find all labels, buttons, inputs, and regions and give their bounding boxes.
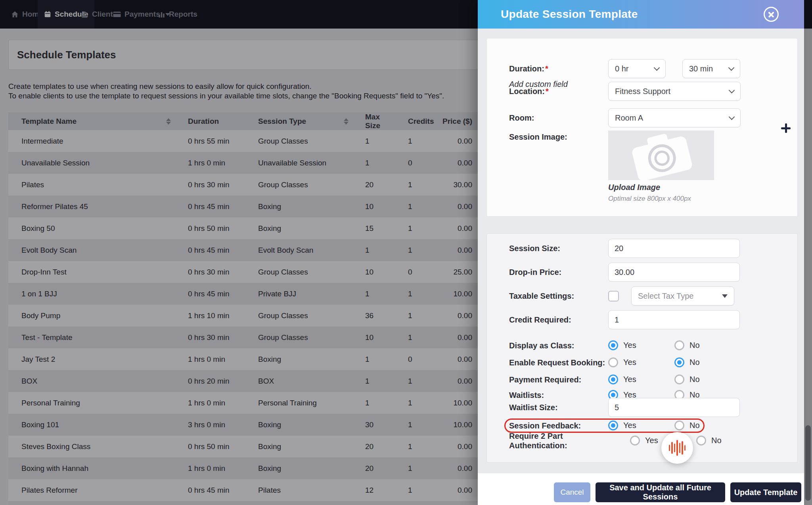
upload-image-hint: Optimal size 800px x 400px bbox=[608, 195, 691, 203]
no-label: No bbox=[689, 358, 700, 367]
payment-required-no-radio[interactable] bbox=[674, 374, 684, 384]
modal-footer: Cancel Save and Update all Future Sessio… bbox=[478, 473, 804, 505]
template-details-card: Add custom field Duration:* 0 hr 30 min … bbox=[486, 38, 798, 217]
session-feedback-no-radio[interactable] bbox=[674, 421, 684, 430]
taxable-settings-label: Taxable Settings: bbox=[509, 291, 608, 301]
payment-required-row: Payment Required:YesNo bbox=[509, 374, 700, 384]
required-asterisk: * bbox=[546, 87, 549, 96]
credit-required-input[interactable] bbox=[608, 310, 740, 329]
yes-label: Yes bbox=[623, 341, 674, 350]
display-as-class-label: Display as Class: bbox=[509, 341, 608, 350]
close-icon bbox=[768, 11, 774, 17]
session-feedback-row: Session Feedback: Yes No bbox=[509, 421, 700, 430]
app-root: HomeScheduleClientsPaymentsReports Sched… bbox=[0, 0, 812, 505]
required-asterisk: * bbox=[545, 64, 548, 73]
duration-label: Duration: bbox=[509, 64, 544, 73]
display-as-class-yes-radio[interactable] bbox=[608, 340, 618, 350]
session-image-label: Session Image: bbox=[509, 132, 608, 142]
loading-spinner bbox=[661, 432, 693, 464]
drop-in-price-label: Drop-in Price: bbox=[509, 267, 608, 277]
two-part-auth-yes-radio[interactable] bbox=[630, 436, 640, 445]
no-label: No bbox=[689, 375, 700, 384]
duration-row: Duration:* 0 hr 30 min bbox=[509, 59, 740, 78]
chevron-down-icon bbox=[654, 64, 660, 71]
two-part-auth-label-line2: Authentication: bbox=[509, 441, 567, 450]
room-label: Room: bbox=[509, 113, 608, 123]
taxable-checkbox[interactable] bbox=[608, 291, 619, 301]
modal-header: Update Session Template bbox=[478, 0, 804, 29]
waitlist-size-row: Waitlist Size: bbox=[509, 398, 740, 417]
credit-required-label: Credit Required: bbox=[509, 315, 608, 325]
enable-request-booking-no-radio[interactable] bbox=[674, 357, 684, 367]
camera-icon bbox=[625, 126, 697, 184]
room-row: Room: Room A bbox=[509, 108, 741, 127]
chevron-down-icon bbox=[729, 113, 735, 120]
save-all-future-sessions-button[interactable]: Save and Update all Future Sessions bbox=[596, 482, 725, 502]
session-image-row: Session Image: bbox=[509, 132, 608, 142]
waitlist-size-input[interactable] bbox=[608, 398, 740, 417]
cancel-button[interactable]: Cancel bbox=[554, 482, 590, 502]
dropdown-triangle-icon bbox=[722, 294, 728, 298]
duration-hours-select[interactable]: 0 hr bbox=[608, 59, 666, 78]
session-image-placeholder[interactable] bbox=[608, 131, 714, 180]
credit-required-row: Credit Required: bbox=[509, 310, 740, 329]
no-label: No bbox=[689, 341, 700, 350]
close-button[interactable] bbox=[764, 7, 779, 22]
session-size-label: Session Size: bbox=[509, 244, 608, 253]
session-settings-card: Session Size: Drop-in Price: Taxable Set… bbox=[486, 233, 798, 463]
chevron-down-icon bbox=[728, 64, 735, 71]
two-part-auth-no-radio[interactable] bbox=[696, 436, 706, 445]
session-size-input[interactable] bbox=[608, 239, 740, 258]
waitlist-size-label: Waitlist Size: bbox=[509, 403, 608, 412]
location-row: Location:* Fitness Support bbox=[509, 82, 741, 101]
session-feedback-yes-radio[interactable] bbox=[608, 421, 618, 430]
enable-request-booking-yes-radio[interactable] bbox=[608, 357, 618, 367]
display-as-class-row: Display as Class:YesNo bbox=[509, 340, 700, 350]
location-label: Location: bbox=[509, 87, 545, 96]
two-part-auth-label-line1: Require 2 Part bbox=[509, 432, 563, 440]
display-as-class-no-radio[interactable] bbox=[674, 340, 684, 350]
update-template-button[interactable]: Update Template bbox=[730, 482, 801, 502]
chevron-down-icon bbox=[729, 87, 735, 93]
drop-in-price-row: Drop-in Price: bbox=[509, 263, 740, 282]
update-session-template-modal: Update Session Template Add custom field… bbox=[478, 0, 804, 505]
room-select[interactable]: Room A bbox=[608, 108, 741, 127]
session-size-row: Session Size: bbox=[509, 239, 740, 258]
drop-in-price-input[interactable] bbox=[608, 263, 740, 282]
tax-type-select[interactable]: Select Tax Type bbox=[631, 286, 734, 305]
upload-image-link[interactable]: Upload Image bbox=[608, 183, 660, 192]
location-select[interactable]: Fitness Support bbox=[608, 82, 741, 101]
two-part-auth-label-row: Require 2 Part Authentication: bbox=[509, 431, 608, 450]
payment-required-yes-radio[interactable] bbox=[608, 374, 618, 384]
session-feedback-label: Session Feedback: bbox=[509, 421, 608, 430]
yes-label: Yes bbox=[623, 375, 674, 384]
yes-label: Yes bbox=[623, 358, 674, 367]
enable-request-booking-label: Enable Request Booking: bbox=[509, 358, 608, 367]
payment-required-label: Payment Required: bbox=[509, 375, 608, 384]
taxable-settings-row: Taxable Settings: Select Tax Type bbox=[509, 286, 734, 305]
modal-title: Update Session Template bbox=[501, 8, 638, 21]
add-location-button[interactable] bbox=[781, 123, 791, 133]
duration-minutes-select[interactable]: 30 min bbox=[682, 59, 740, 78]
enable-request-booking-row: Enable Request Booking:YesNo bbox=[509, 357, 700, 367]
